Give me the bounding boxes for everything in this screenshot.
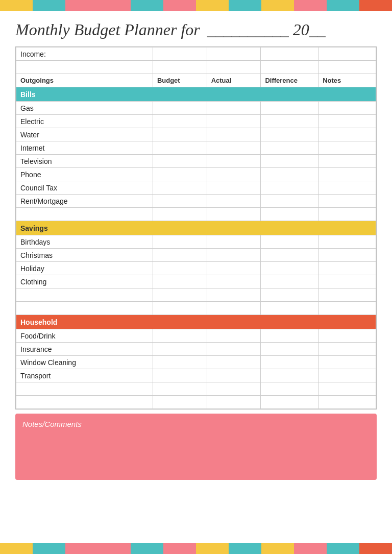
column-header-row: Outgoings Budget Actual Difference Notes	[16, 74, 376, 87]
title-line: __________ 20__	[207, 20, 326, 39]
row-label: Transport	[16, 369, 153, 382]
savings-section-header: Savings	[16, 221, 376, 235]
row-label: Television	[16, 155, 153, 168]
savings-label: Savings	[16, 221, 376, 235]
col-header-outgoings: Outgoings	[16, 74, 153, 87]
bottom-strip	[131, 543, 163, 554]
spacer-row	[16, 208, 376, 221]
table-row: Transport	[16, 369, 376, 382]
col-header-notes: Notes	[318, 74, 376, 87]
bottom-strip	[229, 543, 261, 554]
income-row: Income:	[16, 47, 376, 61]
row-label: Internet	[16, 141, 153, 155]
table-row: Council Tax	[16, 181, 376, 195]
household-label: Household	[16, 315, 376, 329]
row-label: Food/Drink	[16, 329, 153, 343]
table-row: Food/Drink	[16, 329, 376, 343]
row-label: Holiday	[16, 262, 153, 275]
top-strip	[98, 0, 131, 11]
row-label: Water	[16, 128, 153, 141]
top-strip	[163, 0, 196, 11]
row-label: Gas	[16, 102, 153, 115]
notes-section: Notes/Comments	[15, 414, 377, 480]
table-row: Rent/Mortgage	[16, 195, 376, 208]
table-row: Gas	[16, 102, 376, 115]
top-border-strips	[0, 0, 392, 11]
top-strip	[294, 0, 327, 11]
bottom-strip	[196, 543, 229, 554]
table-row: Clothing	[16, 275, 376, 288]
top-strip	[0, 0, 33, 11]
bottom-strip	[65, 543, 98, 554]
page: Monthly Budget Planner for __________ 20…	[0, 0, 392, 554]
bills-section-header: Bills	[16, 87, 376, 102]
top-strip	[33, 0, 65, 11]
col-header-budget: Budget	[153, 74, 207, 87]
bottom-strip	[294, 543, 327, 554]
budget-table-container: Income: Outgoings Budget Actual Differen…	[15, 46, 377, 410]
bottom-strip	[359, 543, 392, 554]
row-label: Rent/Mortgage	[16, 195, 153, 208]
budget-table: Income: Outgoings Budget Actual Differen…	[16, 47, 376, 409]
top-strip	[131, 0, 163, 11]
page-title: Monthly Budget Planner for __________ 20…	[0, 11, 392, 46]
bottom-strip	[33, 543, 65, 554]
table-row: Christmas	[16, 249, 376, 262]
top-strip	[327, 0, 359, 11]
spacer-row	[16, 288, 376, 302]
table-row: Birthdays	[16, 235, 376, 249]
top-strip	[65, 0, 98, 11]
income-label: Income:	[16, 47, 153, 61]
row-label: Insurance	[16, 343, 153, 356]
table-row: Phone	[16, 168, 376, 181]
row-label: Birthdays	[16, 235, 153, 249]
bottom-border-strips	[0, 543, 392, 554]
spacer-row	[16, 396, 376, 409]
table-row: Television	[16, 155, 376, 168]
row-label: Council Tax	[16, 181, 153, 195]
bottom-strip	[0, 543, 33, 554]
col-header-difference: Difference	[261, 74, 318, 87]
row-label: Window Cleaning	[16, 356, 153, 369]
spacer-row	[16, 302, 376, 315]
household-section-header: Household	[16, 315, 376, 329]
spacer-row	[16, 61, 376, 74]
bottom-strip	[327, 543, 359, 554]
table-row: Electric	[16, 115, 376, 128]
table-row: Water	[16, 128, 376, 141]
table-row: Window Cleaning	[16, 356, 376, 369]
row-label: Clothing	[16, 275, 153, 288]
top-strip	[229, 0, 261, 11]
bottom-strip	[163, 543, 196, 554]
top-strip	[261, 0, 294, 11]
spacer-row	[16, 382, 376, 396]
table-row: Insurance	[16, 343, 376, 356]
row-label: Electric	[16, 115, 153, 128]
top-strip	[359, 0, 392, 11]
row-label: Christmas	[16, 249, 153, 262]
title-text: Monthly Budget Planner for	[15, 20, 200, 39]
table-row: Internet	[16, 141, 376, 155]
table-row: Holiday	[16, 262, 376, 275]
bottom-strip	[98, 543, 131, 554]
notes-label: Notes/Comments	[22, 420, 370, 428]
col-header-actual: Actual	[207, 74, 261, 87]
row-label: Phone	[16, 168, 153, 181]
bills-label: Bills	[16, 87, 376, 102]
bottom-strip	[261, 543, 294, 554]
top-strip	[196, 0, 229, 11]
